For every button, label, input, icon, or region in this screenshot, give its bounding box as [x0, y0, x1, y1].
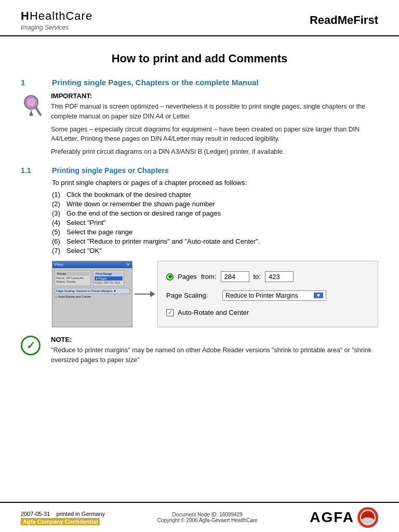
bottom-note-content: NOTE: "Reduce to printer margins" may be…: [51, 336, 378, 365]
footer-center: Document Node ID: 16099429 Copyright © 2…: [157, 512, 258, 523]
svg-point-1: [26, 98, 36, 107]
section11-number: 1.1: [21, 166, 52, 175]
important-note-content: IMPORTANT: This PDF manual is screen opt…: [51, 92, 378, 157]
step-num: (1): [52, 191, 66, 198]
step-text: Click the bookmark of the desired chapte…: [66, 191, 378, 198]
main-content: How to print and add Comments 1 Printing…: [0, 36, 399, 375]
pages-label: Pages: [178, 273, 197, 281]
list-item: (4) Select "Print": [52, 219, 378, 227]
check-circle: ✓: [21, 336, 41, 355]
step-text: Select "Print": [66, 219, 378, 227]
step-text: Go the end of the section or desired ran…: [66, 209, 378, 217]
step-text: Write down or remember the shown page nu…: [66, 200, 378, 208]
logo-block: HHealthCare Imaging Services: [21, 9, 92, 31]
step-num: (7): [52, 247, 66, 255]
scaling-value: Reduce to Printer Margins: [225, 292, 298, 299]
important-note-block: IMPORTANT: This PDF manual is screen opt…: [21, 92, 378, 157]
to-label: to:: [254, 273, 261, 281]
step-num: (3): [52, 209, 66, 217]
screenshot-right: Pages from: 284 to: 423 Page Scaling: Re…: [157, 261, 378, 327]
section1-title: Printing single Pages, Chapters or the c…: [52, 78, 259, 87]
autorotate-row: ✓ Auto-Rotate and Center: [166, 309, 369, 316]
footer-printed: printed in Germany: [57, 511, 105, 517]
select-arrow-icon: ▼: [314, 292, 323, 298]
note-text: "Reduce to printer margins" may be named…: [51, 345, 378, 365]
to-input[interactable]: 423: [265, 271, 294, 282]
from-label: from:: [201, 273, 217, 281]
footer-right: AGFA: [310, 507, 378, 528]
important-icon: [21, 93, 46, 122]
doc-title: ReadMeFirst: [310, 14, 378, 27]
steps-list: (1) Click the bookmark of the desired ch…: [52, 191, 378, 255]
page-footer: 2007-05-31 printed in Germany Agfa Compa…: [0, 502, 399, 532]
scaling-select[interactable]: Reduce to Printer Margins ▼: [222, 290, 326, 301]
arrow-head: [150, 291, 155, 297]
footer-docnode: Document Node ID: 16099429: [157, 512, 258, 517]
dialog-body: Printer Name: HP LaserJet Status: Ready …: [52, 268, 132, 301]
list-item: (3) Go the end of the section or desired…: [52, 209, 378, 217]
step-num: (4): [52, 219, 66, 227]
svg-marker-3: [29, 110, 33, 116]
scaling-label: Page Scaling:: [166, 291, 218, 299]
svg-line-2: [36, 108, 41, 115]
page-title: How to print and add Comments: [21, 52, 378, 65]
footer-copyright: Copyright © 2006 Agfa-Gevaert HealthCare: [157, 517, 258, 523]
footer-confidential: Agfa Company Confidential: [21, 518, 100, 525]
arrow-shaft: [135, 294, 150, 295]
important-label: IMPORTANT:: [51, 92, 378, 100]
list-item: (7) Select "OK": [52, 247, 378, 255]
screenshot-container: Print ✕ Printer Name: HP LaserJet Status…: [52, 261, 378, 327]
step-text: Select the page range: [66, 228, 378, 236]
logo-title: HHealthCare: [21, 9, 92, 23]
step-text: Select "Reduce to printer margins" and "…: [66, 237, 378, 245]
screenshot-left: Print ✕ Printer Name: HP LaserJet Status…: [52, 261, 132, 327]
list-item: (2) Write down or remember the shown pag…: [52, 200, 378, 208]
section11-heading: 1.1 Printing single Pages or Chapters: [21, 166, 378, 175]
step-text: Select "OK": [66, 247, 378, 255]
pages-radio[interactable]: [166, 273, 174, 281]
section11-title: Printing single Pages or Chapters: [52, 166, 169, 175]
section1-heading: 1 Printing single Pages, Chapters or the…: [21, 78, 378, 87]
list-item: (1) Click the bookmark of the desired ch…: [52, 191, 378, 198]
step-num: (5): [52, 228, 66, 236]
note-label: NOTE:: [51, 336, 378, 343]
step-num: (2): [52, 200, 66, 208]
list-item: (5) Select the page range: [52, 228, 378, 236]
bottom-note-block: ✓ NOTE: "Reduce to printer margins" may …: [21, 336, 378, 365]
agfa-brand: AGFA: [310, 509, 354, 526]
check-icon: ✓: [21, 336, 44, 355]
logo-subtitle: Imaging Services: [21, 24, 92, 31]
important-text1: This PDF manual is screen optimized – ne…: [51, 102, 378, 122]
page-header: HHealthCare Imaging Services ReadMeFirst: [0, 0, 399, 36]
from-input[interactable]: 284: [221, 271, 249, 282]
agfa-logo: [357, 507, 378, 528]
intro-text: To print single chapters or pages of a c…: [52, 179, 378, 187]
autorotate-label: Auto-Rotate and Center: [178, 309, 249, 316]
autorotate-checkbox[interactable]: ✓: [166, 309, 174, 316]
important-text3: Preferably print circuit diagrams on a D…: [51, 147, 378, 157]
list-item: (6) Select "Reduce to printer margins" a…: [52, 237, 378, 245]
section1-number: 1: [21, 78, 52, 87]
dialog-titlebar: Print ✕: [52, 261, 132, 268]
scaling-row: Page Scaling: Reduce to Printer Margins …: [166, 290, 369, 301]
arrow: [135, 291, 155, 297]
footer-left: 2007-05-31 printed in Germany Agfa Compa…: [21, 511, 105, 525]
step-num: (6): [52, 237, 66, 245]
footer-date-printed: 2007-05-31 printed in Germany: [21, 511, 105, 517]
important-text2: Some pages – especially circuit diagrams…: [51, 125, 378, 144]
pages-row: Pages from: 284 to: 423: [166, 271, 369, 282]
footer-date: 2007-05-31: [21, 511, 50, 517]
